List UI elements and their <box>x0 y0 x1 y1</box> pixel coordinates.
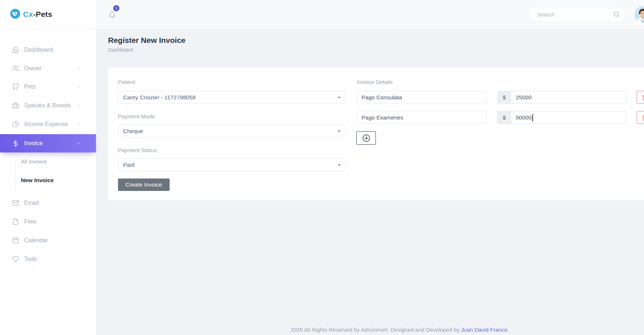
search-input[interactable] <box>530 8 625 21</box>
invoice-details-label: Invoice Details <box>357 79 393 85</box>
payment-mode-label: Payment Mode <box>118 113 155 119</box>
sidebar-item-label: Invoice <box>24 140 43 147</box>
chevron-down-icon <box>76 66 81 71</box>
sidebar-item-files[interactable]: Files <box>0 212 96 231</box>
patient-label: Patient <box>118 79 135 85</box>
sidebar-item-label: Todo <box>24 256 37 262</box>
sidebar-item-label: Email <box>24 200 39 206</box>
pie-chart-icon <box>12 121 19 128</box>
footer: 2020 All Rights Reserved by Adminmart. D… <box>96 327 644 333</box>
home-icon <box>12 46 19 53</box>
footer-text-suffix: . <box>507 327 509 333</box>
bell-icon <box>108 11 116 19</box>
sidebar-item-email[interactable]: Email <box>0 194 96 212</box>
sidebar-item-label: Dashboard <box>24 47 53 53</box>
invoice-item-amount-input[interactable] <box>511 91 626 103</box>
delete-row-button[interactable] <box>637 111 644 124</box>
chevron-down-icon <box>76 103 81 108</box>
topbar: 1 <box>96 0 644 29</box>
invoice-item-description-input[interactable] <box>357 111 486 124</box>
sidebar-item-todo[interactable]: Todo <box>0 250 96 268</box>
sidebar-item-dashboard[interactable]: Dashboard <box>0 40 96 59</box>
github-cat-icon <box>12 83 19 90</box>
dollar-icon <box>12 140 19 147</box>
create-invoice-button[interactable]: Create Invoice <box>118 178 170 191</box>
sidebar-item-owner[interactable]: Owner <box>0 59 96 78</box>
page-title: Register New Invoice <box>108 36 185 45</box>
sidebar-item-label: Files <box>24 218 37 225</box>
sidebar-subitem-all-invoice[interactable]: All Invoice <box>21 158 47 166</box>
brand-logo[interactable]: Cx-Pets <box>0 0 96 29</box>
heart-icon <box>12 255 19 262</box>
mail-icon <box>12 199 19 206</box>
patient-select[interactable]: Carey Croizier - 1172798058 <box>118 91 345 104</box>
notification-badge: 1 <box>113 5 119 11</box>
search-icon[interactable] <box>613 11 620 18</box>
trash-icon <box>642 114 644 121</box>
chevron-up-icon <box>76 141 81 146</box>
payment-mode-select[interactable]: Cheque <box>118 125 345 137</box>
users-icon <box>12 65 19 72</box>
footer-text: 2020 All Rights Reserved by Adminmart. D… <box>290 327 461 333</box>
brand-name: Cx-Pets <box>23 10 52 19</box>
invoice-item-amount-group: $ <box>497 91 626 104</box>
sidebar-item-label: Pets <box>24 84 36 90</box>
invoice-item-amount-input[interactable] <box>511 111 626 124</box>
sidebar-item-label: Calendar <box>24 237 48 244</box>
payment-status-select[interactable]: Paid <box>118 158 345 171</box>
currency-prefix: $ <box>498 111 511 124</box>
currency-prefix: $ <box>498 91 511 103</box>
sidebar-item-pets[interactable]: Pets <box>0 77 96 96</box>
trash-icon <box>642 94 644 101</box>
invoice-item-amount-group: $ <box>497 111 626 124</box>
text-cursor <box>532 114 533 121</box>
breadcrumb[interactable]: Dashboard <box>108 47 133 53</box>
subnav-tree-line <box>15 152 15 194</box>
sidebar: Cx-Pets Dashboard Owner Pets Species & B… <box>0 0 96 335</box>
sidebar-item-label: Owner <box>24 65 41 72</box>
file-icon <box>12 218 19 225</box>
plus-circle-icon <box>362 134 370 142</box>
payment-status-label: Payment Status <box>118 147 157 153</box>
subnav-tree-tick <box>15 180 19 181</box>
sidebar-item-label: Species & Breeds <box>24 102 71 109</box>
chevron-down-icon <box>76 85 81 89</box>
sidebar-item-calendar[interactable]: Calendar <box>0 231 96 250</box>
main-content: Register New Invoice Dashboard Patient C… <box>96 29 644 335</box>
sidebar-item-income-expense[interactable]: Income Expense <box>0 115 96 133</box>
delete-row-button[interactable] <box>637 91 644 104</box>
add-row-button[interactable] <box>356 131 376 145</box>
sidebar-subitem-new-invoice[interactable]: New Invoice <box>21 176 54 184</box>
briefcase-icon <box>12 102 19 109</box>
footer-credit-link[interactable]: Juan David Franco <box>461 327 507 333</box>
app-screen: Cx-Pets Dashboard Owner Pets Species & B… <box>0 0 644 335</box>
chevron-down-icon <box>76 122 81 126</box>
search-box <box>530 8 625 21</box>
invoice-item-description-input[interactable] <box>357 91 486 104</box>
user-avatar[interactable] <box>634 6 644 23</box>
sidebar-item-species-breeds[interactable]: Species & Breeds <box>0 96 96 115</box>
notifications-button[interactable]: 1 <box>108 5 125 21</box>
calendar-icon <box>12 237 19 244</box>
heart-pulse-icon <box>10 9 20 20</box>
invoice-form-card: Patient Carey Croizier - 1172798058 Paym… <box>108 68 644 200</box>
sidebar-item-invoice[interactable]: Invoice <box>0 134 96 152</box>
sidebar-item-label: Income Expense <box>24 121 68 128</box>
